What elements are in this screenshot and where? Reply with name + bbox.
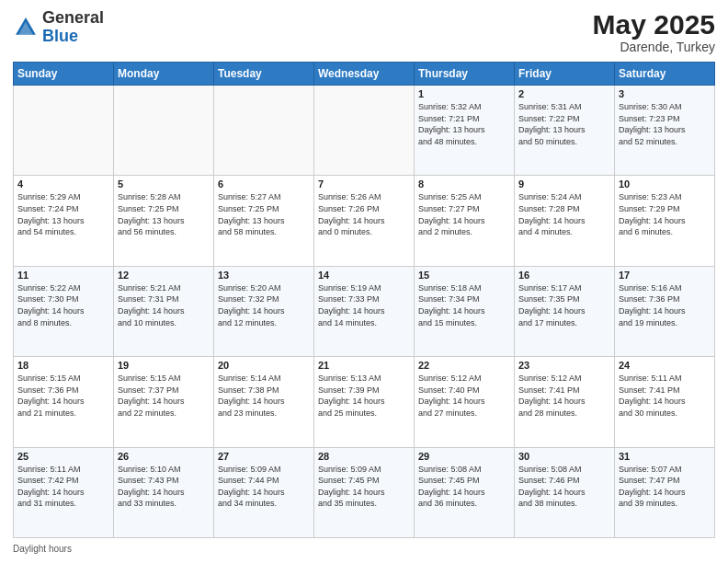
calendar-header-row: SundayMondayTuesdayWednesdayThursdayFrid… [14, 63, 715, 86]
calendar-cell: 15Sunrise: 5:18 AMSunset: 7:34 PMDayligh… [415, 266, 515, 356]
calendar-week-row: 1Sunrise: 5:32 AMSunset: 7:21 PMDaylight… [14, 86, 715, 176]
day-number: 1 [418, 88, 510, 99]
calendar-cell: 1Sunrise: 5:32 AMSunset: 7:21 PMDaylight… [415, 86, 515, 176]
day-info: Sunrise: 5:32 AMSunset: 7:21 PMDaylight:… [418, 101, 510, 147]
day-number: 25 [17, 451, 109, 462]
logo-general-text: General [42, 8, 104, 27]
calendar-cell: 14Sunrise: 5:19 AMSunset: 7:33 PMDayligh… [314, 266, 415, 356]
calendar-cell: 27Sunrise: 5:09 AMSunset: 7:44 PMDayligh… [214, 447, 314, 537]
day-info: Sunrise: 5:08 AMSunset: 7:45 PMDaylight:… [418, 464, 510, 510]
day-info: Sunrise: 5:16 AMSunset: 7:36 PMDaylight:… [619, 282, 711, 328]
day-info: Sunrise: 5:14 AMSunset: 7:38 PMDaylight:… [218, 373, 310, 419]
day-number: 4 [17, 178, 109, 190]
day-number: 5 [118, 178, 210, 190]
day-info: Sunrise: 5:17 AMSunset: 7:35 PMDaylight:… [518, 282, 610, 328]
day-info: Sunrise: 5:22 AMSunset: 7:30 PMDaylight:… [17, 282, 109, 328]
day-info: Sunrise: 5:27 AMSunset: 7:25 PMDaylight:… [218, 191, 310, 237]
day-number: 12 [118, 270, 210, 281]
day-number: 30 [518, 451, 610, 462]
day-info: Sunrise: 5:10 AMSunset: 7:43 PMDaylight:… [118, 464, 210, 510]
calendar-week-row: 18Sunrise: 5:15 AMSunset: 7:36 PMDayligh… [14, 357, 715, 447]
day-info: Sunrise: 5:23 AMSunset: 7:29 PMDaylight:… [619, 191, 711, 237]
day-number: 10 [619, 178, 711, 190]
calendar-cell: 8Sunrise: 5:25 AMSunset: 7:27 PMDaylight… [415, 176, 515, 266]
day-of-week-header: Tuesday [214, 63, 314, 86]
day-of-week-header: Thursday [415, 63, 515, 86]
day-number: 17 [619, 270, 711, 281]
day-number: 13 [218, 270, 310, 281]
calendar-cell: 19Sunrise: 5:15 AMSunset: 7:37 PMDayligh… [114, 357, 214, 447]
day-of-week-header: Sunday [14, 63, 114, 86]
day-info: Sunrise: 5:09 AMSunset: 7:45 PMDaylight:… [318, 464, 410, 510]
day-info: Sunrise: 5:24 AMSunset: 7:28 PMDaylight:… [518, 191, 610, 237]
calendar-cell: 30Sunrise: 5:08 AMSunset: 7:46 PMDayligh… [515, 447, 615, 537]
calendar-cell: 2Sunrise: 5:31 AMSunset: 7:22 PMDaylight… [515, 86, 615, 176]
calendar-cell: 29Sunrise: 5:08 AMSunset: 7:45 PMDayligh… [415, 447, 515, 537]
day-info: Sunrise: 5:21 AMSunset: 7:31 PMDaylight:… [118, 282, 210, 328]
calendar-cell: 31Sunrise: 5:07 AMSunset: 7:47 PMDayligh… [615, 447, 715, 537]
calendar-cell: 20Sunrise: 5:14 AMSunset: 7:38 PMDayligh… [214, 357, 314, 447]
day-number: 20 [218, 360, 310, 371]
day-number: 29 [418, 451, 510, 462]
day-info: Sunrise: 5:09 AMSunset: 7:44 PMDaylight:… [218, 464, 310, 510]
header: General Blue May 2025 Darende, Turkey [13, 9, 715, 54]
calendar-title: May 2025 [593, 9, 715, 40]
day-of-week-header: Wednesday [314, 63, 415, 86]
day-of-week-header: Friday [515, 63, 615, 86]
calendar-cell: 6Sunrise: 5:27 AMSunset: 7:25 PMDaylight… [214, 176, 314, 266]
day-info: Sunrise: 5:28 AMSunset: 7:25 PMDaylight:… [118, 191, 210, 237]
day-number: 21 [318, 360, 410, 371]
day-number: 6 [218, 178, 310, 190]
calendar-cell: 10Sunrise: 5:23 AMSunset: 7:29 PMDayligh… [615, 176, 715, 266]
day-number: 19 [118, 360, 210, 371]
day-number: 18 [17, 360, 109, 371]
calendar-cell [14, 86, 114, 176]
day-number: 14 [318, 270, 410, 281]
calendar-cell: 18Sunrise: 5:15 AMSunset: 7:36 PMDayligh… [14, 357, 114, 447]
calendar-cell: 25Sunrise: 5:11 AMSunset: 7:42 PMDayligh… [14, 447, 114, 537]
logo-text: General Blue [42, 9, 104, 46]
day-number: 9 [518, 178, 610, 190]
calendar-cell: 11Sunrise: 5:22 AMSunset: 7:30 PMDayligh… [14, 266, 114, 356]
calendar-cell: 24Sunrise: 5:11 AMSunset: 7:41 PMDayligh… [615, 357, 715, 447]
day-number: 11 [17, 270, 109, 281]
day-info: Sunrise: 5:08 AMSunset: 7:46 PMDaylight:… [518, 464, 610, 510]
calendar-location: Darende, Turkey [593, 40, 715, 54]
day-info: Sunrise: 5:11 AMSunset: 7:42 PMDaylight:… [17, 464, 109, 510]
day-number: 15 [418, 270, 510, 281]
calendar-cell: 23Sunrise: 5:12 AMSunset: 7:41 PMDayligh… [515, 357, 615, 447]
calendar-cell [314, 86, 415, 176]
day-number: 31 [619, 451, 711, 462]
calendar-cell: 26Sunrise: 5:10 AMSunset: 7:43 PMDayligh… [114, 447, 214, 537]
calendar-cell: 16Sunrise: 5:17 AMSunset: 7:35 PMDayligh… [515, 266, 615, 356]
calendar-cell: 17Sunrise: 5:16 AMSunset: 7:36 PMDayligh… [615, 266, 715, 356]
day-info: Sunrise: 5:07 AMSunset: 7:47 PMDaylight:… [619, 464, 711, 510]
calendar-week-row: 25Sunrise: 5:11 AMSunset: 7:42 PMDayligh… [14, 447, 715, 537]
calendar-week-row: 11Sunrise: 5:22 AMSunset: 7:30 PMDayligh… [14, 266, 715, 356]
day-info: Sunrise: 5:12 AMSunset: 7:41 PMDaylight:… [518, 373, 610, 419]
day-info: Sunrise: 5:11 AMSunset: 7:41 PMDaylight:… [619, 373, 711, 419]
calendar-cell: 5Sunrise: 5:28 AMSunset: 7:25 PMDaylight… [114, 176, 214, 266]
logo-icon [13, 15, 39, 40]
day-number: 16 [518, 270, 610, 281]
day-info: Sunrise: 5:12 AMSunset: 7:40 PMDaylight:… [418, 373, 510, 419]
day-info: Sunrise: 5:13 AMSunset: 7:39 PMDaylight:… [318, 373, 410, 419]
day-info: Sunrise: 5:19 AMSunset: 7:33 PMDaylight:… [318, 282, 410, 328]
day-number: 23 [518, 360, 610, 371]
logo-blue-text: Blue [42, 27, 78, 45]
day-info: Sunrise: 5:31 AMSunset: 7:22 PMDaylight:… [518, 101, 610, 147]
calendar-cell [214, 86, 314, 176]
day-number: 26 [118, 451, 210, 462]
day-number: 22 [418, 360, 510, 371]
calendar-cell: 12Sunrise: 5:21 AMSunset: 7:31 PMDayligh… [114, 266, 214, 356]
day-info: Sunrise: 5:15 AMSunset: 7:36 PMDaylight:… [17, 373, 109, 419]
day-number: 27 [218, 451, 310, 462]
day-info: Sunrise: 5:25 AMSunset: 7:27 PMDaylight:… [418, 191, 510, 237]
calendar-cell: 13Sunrise: 5:20 AMSunset: 7:32 PMDayligh… [214, 266, 314, 356]
day-number: 3 [619, 88, 711, 99]
calendar-cell: 3Sunrise: 5:30 AMSunset: 7:23 PMDaylight… [615, 86, 715, 176]
calendar-cell: 22Sunrise: 5:12 AMSunset: 7:40 PMDayligh… [415, 357, 515, 447]
title-block: May 2025 Darende, Turkey [593, 9, 715, 54]
page: General Blue May 2025 Darende, Turkey Su… [0, 0, 728, 563]
calendar-cell: 4Sunrise: 5:29 AMSunset: 7:24 PMDaylight… [14, 176, 114, 266]
